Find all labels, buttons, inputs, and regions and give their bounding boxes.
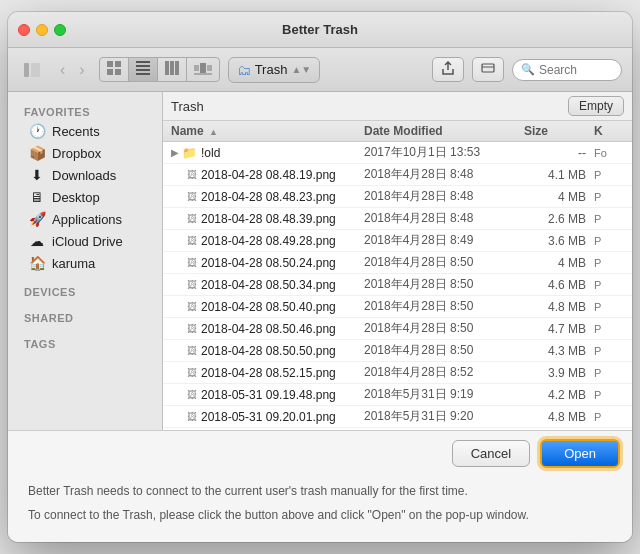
icon-view-button[interactable]: [100, 58, 129, 81]
location-bar[interactable]: 🗂 Trash ▲▼: [228, 57, 321, 83]
image-icon: 🖼: [187, 323, 197, 334]
file-date-cell: 2018年4月28日 8:52: [364, 364, 524, 381]
svg-rect-17: [482, 64, 494, 72]
maximize-button[interactable]: [54, 24, 66, 36]
column-name-header: Name ▲: [171, 124, 364, 138]
folder-expand-arrow[interactable]: ▶: [171, 147, 179, 158]
sidebar-item-desktop-label: Desktop: [52, 190, 100, 205]
image-icon: 🖼: [187, 367, 197, 378]
file-table[interactable]: Name ▲ Date Modified Size K ▶📁!old2017年1…: [163, 121, 632, 430]
forward-button[interactable]: ›: [73, 57, 90, 83]
file-name-cell: 🖼2018-04-28 08.49.28.png: [171, 234, 364, 248]
main-window: Better Trash ‹ ›: [8, 12, 632, 542]
image-icon: 🖼: [187, 257, 197, 268]
svg-rect-12: [175, 61, 179, 75]
sidebar-item-icloud[interactable]: ☁ iCloud Drive: [12, 230, 158, 252]
search-icon: 🔍: [521, 63, 535, 76]
svg-rect-10: [165, 61, 169, 75]
cancel-button[interactable]: Cancel: [452, 440, 530, 467]
file-name-cell: 🖼2018-04-28 08.50.24.png: [171, 256, 364, 270]
sidebar: Favorites 🕐 Recents 📦 Dropbox ⬇ Download…: [8, 92, 163, 430]
column-view-icon: [165, 61, 179, 75]
list-view-button[interactable]: [129, 58, 158, 81]
table-row[interactable]: 🖼2018-04-28 08.48.39.png2018年4月28日 8:482…: [163, 208, 632, 230]
table-row[interactable]: 🖼2018-04-28 08.50.46.png2018年4月28日 8:504…: [163, 318, 632, 340]
empty-button[interactable]: Empty: [568, 96, 624, 116]
sidebar-item-recents[interactable]: 🕐 Recents: [12, 120, 158, 142]
dropbox-icon: 📦: [28, 145, 46, 161]
svg-rect-16: [194, 73, 212, 75]
table-row[interactable]: 🖼2018-04-28 08.50.40.png2018年4月28日 8:504…: [163, 296, 632, 318]
share-icon: [441, 61, 455, 75]
svg-rect-13: [194, 65, 199, 71]
table-row[interactable]: 🖼2018-04-28 08.49.28.png2018年4月28日 8:493…: [163, 230, 632, 252]
image-icon: 🖼: [187, 235, 197, 246]
traffic-lights: [18, 24, 66, 36]
table-row[interactable]: 🖼2018-05-31 09.19.48.png2018年5月31日 9:194…: [163, 384, 632, 406]
file-name-text: 2018-05-31 09.20.01.png: [201, 410, 336, 424]
search-box[interactable]: 🔍: [512, 59, 622, 81]
table-row[interactable]: 🖼2018-05-31 09.20.01.png2018年5月31日 9:204…: [163, 406, 632, 428]
file-name-text: 2018-04-28 08.50.50.png: [201, 344, 336, 358]
file-date-cell: 2018年4月28日 8:48: [364, 188, 524, 205]
sidebar-item-karuma[interactable]: 🏠 karuma: [12, 252, 158, 274]
file-name-cell: 🖼2018-05-31 09.19.48.png: [171, 388, 364, 402]
table-row[interactable]: 🖼2018-04-28 08.50.34.png2018年4月28日 8:504…: [163, 274, 632, 296]
applications-icon: 🚀: [28, 211, 46, 227]
file-kind-cell: P: [594, 367, 624, 379]
sidebar-item-applications[interactable]: 🚀 Applications: [12, 208, 158, 230]
bottom-section: Cancel Open Better Trash needs to connec…: [8, 430, 632, 542]
close-button[interactable]: [18, 24, 30, 36]
sidebar-item-downloads[interactable]: ⬇ Downloads: [12, 164, 158, 186]
file-size-cell: --: [524, 146, 594, 160]
sidebar-item-dropbox[interactable]: 📦 Dropbox: [12, 142, 158, 164]
devices-label: Devices: [8, 280, 162, 300]
table-row[interactable]: ▶📁!old2017年10月1日 13:53--Fo: [163, 142, 632, 164]
sidebar-item-desktop[interactable]: 🖥 Desktop: [12, 186, 158, 208]
image-icon: 🖼: [187, 345, 197, 356]
column-date-header: Date Modified: [364, 124, 524, 138]
file-kind-cell: P: [594, 213, 624, 225]
favorites-label: Favorites: [8, 100, 162, 120]
cover-flow-icon: [194, 61, 212, 75]
minimize-button[interactable]: [36, 24, 48, 36]
file-kind-cell: P: [594, 411, 624, 423]
svg-rect-1: [31, 63, 40, 77]
cover-flow-button[interactable]: [187, 58, 219, 81]
sidebar-item-icloud-label: iCloud Drive: [52, 234, 123, 249]
search-input[interactable]: [539, 63, 609, 77]
svg-rect-4: [107, 69, 113, 75]
file-header: Trash Empty: [163, 92, 632, 121]
sidebar-toggle-button[interactable]: [18, 59, 46, 81]
file-size-cell: 3.9 MB: [524, 366, 594, 380]
window-title: Better Trash: [282, 22, 358, 37]
sidebar-item-applications-label: Applications: [52, 212, 122, 227]
table-row[interactable]: 🖼2018-04-28 08.50.50.png2018年4月28日 8:504…: [163, 340, 632, 362]
file-size-cell: 3.6 MB: [524, 234, 594, 248]
titlebar: Better Trash: [8, 12, 632, 48]
file-name-cell: 🖼2018-04-28 08.52.15.png: [171, 366, 364, 380]
share-button[interactable]: [432, 57, 464, 82]
svg-rect-11: [170, 61, 174, 75]
file-table-header: Name ▲ Date Modified Size K: [163, 121, 632, 142]
back-button[interactable]: ‹: [54, 57, 71, 83]
file-kind-cell: P: [594, 279, 624, 291]
file-date-cell: 2018年5月31日 9:20: [364, 408, 524, 425]
sidebar-item-downloads-label: Downloads: [52, 168, 116, 183]
table-row[interactable]: 🖼2018-04-28 08.50.24.png2018年4月28日 8:504…: [163, 252, 632, 274]
file-kind-cell: P: [594, 323, 624, 335]
table-row[interactable]: 🖼2018-04-28 08.48.19.png2018年4月28日 8:484…: [163, 164, 632, 186]
table-row[interactable]: 🖼2018-04-28 08.52.15.png2018年4月28日 8:523…: [163, 362, 632, 384]
tags-button[interactable]: [472, 57, 504, 82]
svg-rect-2: [107, 61, 113, 67]
shared-label: Shared: [8, 306, 162, 326]
column-view-button[interactable]: [158, 58, 187, 81]
file-kind-cell: P: [594, 389, 624, 401]
file-date-cell: 2018年4月28日 8:50: [364, 342, 524, 359]
tags-label: Tags: [8, 332, 162, 352]
svg-rect-6: [136, 61, 150, 63]
file-date-cell: 2018年5月31日 9:19: [364, 386, 524, 403]
open-button[interactable]: Open: [540, 439, 620, 468]
file-size-cell: 4.8 MB: [524, 300, 594, 314]
table-row[interactable]: 🖼2018-04-28 08.48.23.png2018年4月28日 8:484…: [163, 186, 632, 208]
